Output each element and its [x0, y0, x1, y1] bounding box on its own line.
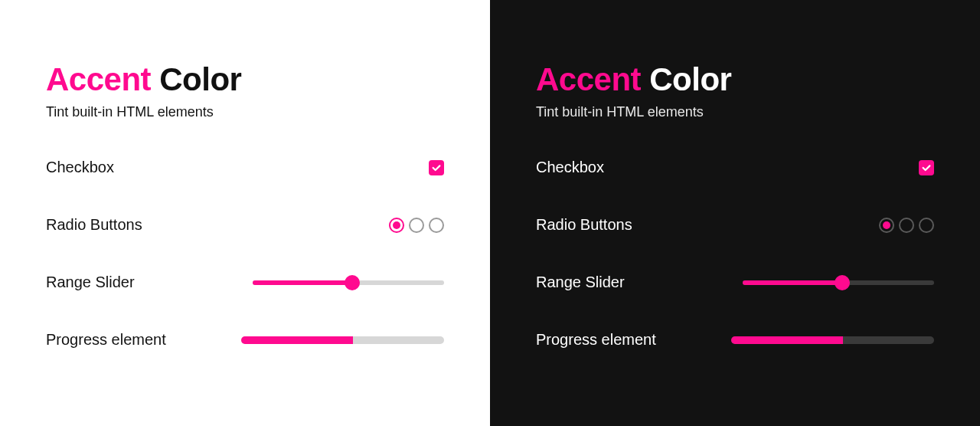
title-accent-word: Accent	[46, 61, 151, 97]
radio-option-2[interactable]	[409, 218, 424, 233]
checkbox-row: Checkbox	[536, 159, 934, 176]
range-label: Range Slider	[536, 274, 625, 291]
radio-label: Radio Buttons	[46, 216, 142, 234]
check-icon	[431, 162, 442, 173]
check-icon	[921, 162, 932, 173]
radio-option-1[interactable]	[389, 218, 404, 233]
page-title: Accent Color	[536, 61, 934, 98]
radio-row: Radio Buttons	[46, 216, 444, 234]
range-row: Range Slider	[536, 274, 934, 291]
checkbox-input[interactable]	[429, 160, 444, 175]
page-subtitle: Tint built-in HTML elements	[536, 104, 934, 120]
progress-fill	[731, 336, 843, 344]
radio-row: Radio Buttons	[536, 216, 934, 234]
radio-group	[879, 218, 934, 233]
progress-label: Progress element	[536, 331, 656, 349]
progress-label: Progress element	[46, 331, 166, 349]
range-thumb[interactable]	[835, 275, 850, 290]
range-slider[interactable]	[743, 275, 934, 290]
checkbox-label: Checkbox	[536, 159, 604, 176]
dark-panel: Accent Color Tint built-in HTML elements…	[490, 0, 980, 426]
radio-option-3[interactable]	[919, 218, 934, 233]
radio-group	[389, 218, 444, 233]
light-panel: Accent Color Tint built-in HTML elements…	[0, 0, 490, 426]
radio-option-3[interactable]	[429, 218, 444, 233]
range-slider[interactable]	[253, 275, 444, 290]
progress-row: Progress element	[536, 331, 934, 349]
range-fill	[253, 280, 352, 285]
title-rest: Color	[151, 61, 241, 97]
range-label: Range Slider	[46, 274, 135, 291]
range-row: Range Slider	[46, 274, 444, 291]
checkbox-input[interactable]	[919, 160, 934, 175]
radio-option-1[interactable]	[879, 218, 894, 233]
progress-row: Progress element	[46, 331, 444, 349]
page-subtitle: Tint built-in HTML elements	[46, 104, 444, 120]
radio-label: Radio Buttons	[536, 216, 632, 234]
range-fill	[743, 280, 842, 285]
page-title: Accent Color	[46, 61, 444, 98]
progress-bar	[241, 336, 444, 344]
progress-bar	[731, 336, 934, 344]
progress-fill	[241, 336, 353, 344]
checkbox-row: Checkbox	[46, 159, 444, 176]
radio-option-2[interactable]	[899, 218, 914, 233]
range-thumb[interactable]	[345, 275, 360, 290]
checkbox-label: Checkbox	[46, 159, 114, 176]
title-accent-word: Accent	[536, 61, 641, 97]
title-rest: Color	[641, 61, 731, 97]
